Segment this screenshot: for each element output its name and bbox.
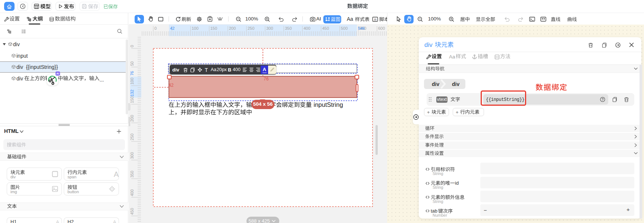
svg-text:JS: JS bbox=[374, 18, 377, 21]
